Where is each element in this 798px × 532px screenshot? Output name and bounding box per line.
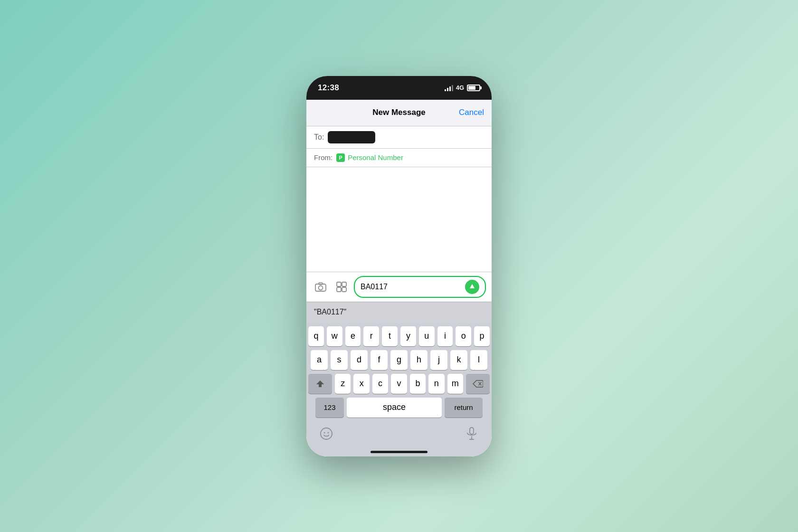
key-o[interactable]: o xyxy=(456,326,471,346)
key-x[interactable]: x xyxy=(353,374,369,394)
to-recipient-redacted xyxy=(328,131,375,143)
key-q[interactable]: q xyxy=(308,326,324,346)
home-bar xyxy=(370,451,428,453)
key-d[interactable]: d xyxy=(351,350,368,370)
key-g[interactable]: g xyxy=(390,350,408,370)
svg-rect-10 xyxy=(470,428,474,434)
message-input[interactable]: BA0117 xyxy=(361,283,462,291)
keyboard: q w e r t y u i o p a s d f g h j k xyxy=(306,323,492,423)
nav-bar: New Message Cancel xyxy=(306,100,492,126)
phone-frame: 12:38 4G New Message Cancel To: From: xyxy=(306,76,492,456)
key-u[interactable]: u xyxy=(419,326,435,346)
compose-area: To: From: P Personal Number xyxy=(306,126,492,456)
home-indicator xyxy=(306,448,492,456)
keyboard-row-2: a s d f g h j k l xyxy=(308,350,490,370)
key-p[interactable]: p xyxy=(474,326,490,346)
key-v[interactable]: v xyxy=(391,374,407,394)
signal-bars-icon xyxy=(445,85,453,91)
status-icons: 4G xyxy=(445,84,480,91)
keyboard-row-3: z x c v b n m xyxy=(308,374,490,394)
shift-button[interactable] xyxy=(308,374,332,394)
message-input-wrapper[interactable]: BA0117 xyxy=(354,276,486,298)
backspace-button[interactable] xyxy=(466,374,490,394)
numbers-button[interactable]: 123 xyxy=(315,398,344,418)
svg-point-7 xyxy=(321,428,332,439)
to-label: To: xyxy=(314,133,324,142)
message-body[interactable] xyxy=(306,167,492,272)
personal-number-icon: P xyxy=(336,153,345,162)
key-t[interactable]: t xyxy=(382,326,398,346)
key-y[interactable]: y xyxy=(400,326,416,346)
cancel-button[interactable]: Cancel xyxy=(459,108,484,117)
from-number-label: Personal Number xyxy=(348,153,403,162)
return-button[interactable]: return xyxy=(445,398,483,418)
keyboard-row-1: q w e r t y u i o p xyxy=(308,326,490,346)
svg-point-8 xyxy=(324,432,325,433)
key-n[interactable]: n xyxy=(428,374,444,394)
status-bar: 12:38 4G xyxy=(306,76,492,100)
key-e[interactable]: e xyxy=(345,326,361,346)
key-z[interactable]: z xyxy=(335,374,351,394)
key-l[interactable]: l xyxy=(470,350,487,370)
key-m[interactable]: m xyxy=(447,374,463,394)
send-arrow-icon xyxy=(470,284,475,288)
svg-rect-3 xyxy=(337,282,341,286)
key-b[interactable]: b xyxy=(410,374,426,394)
nav-title: New Message xyxy=(372,108,426,117)
input-bar: BA0117 xyxy=(306,272,492,302)
apps-button[interactable] xyxy=(333,278,350,295)
key-i[interactable]: i xyxy=(437,326,453,346)
emoji-button[interactable] xyxy=(318,425,335,442)
key-h[interactable]: h xyxy=(410,350,428,370)
network-label: 4G xyxy=(456,84,464,91)
key-k[interactable]: k xyxy=(450,350,467,370)
key-j[interactable]: j xyxy=(430,350,447,370)
key-c[interactable]: c xyxy=(372,374,388,394)
to-field[interactable]: To: xyxy=(306,126,492,149)
svg-rect-6 xyxy=(342,287,346,292)
keyboard-row-4: 123 space return xyxy=(308,398,490,418)
from-field[interactable]: From: P Personal Number xyxy=(306,149,492,167)
key-f[interactable]: f xyxy=(370,350,388,370)
svg-point-1 xyxy=(319,285,323,290)
send-button[interactable] xyxy=(465,280,479,294)
status-time: 12:38 xyxy=(318,83,339,93)
space-button[interactable]: space xyxy=(347,398,442,418)
svg-rect-2 xyxy=(319,283,323,285)
key-r[interactable]: r xyxy=(363,326,379,346)
key-w[interactable]: w xyxy=(327,326,342,346)
svg-rect-4 xyxy=(342,282,346,286)
battery-icon xyxy=(467,85,480,91)
key-s[interactable]: s xyxy=(331,350,348,370)
svg-point-9 xyxy=(328,432,329,433)
bottom-bar xyxy=(306,423,492,448)
from-label: From: xyxy=(314,153,332,162)
autocomplete-bar: "BA0117" xyxy=(306,302,492,323)
key-a[interactable]: a xyxy=(311,350,328,370)
mic-button[interactable] xyxy=(463,425,480,442)
autocomplete-suggestion[interactable]: "BA0117" xyxy=(314,308,346,316)
camera-button[interactable] xyxy=(312,278,329,295)
svg-rect-5 xyxy=(337,287,341,292)
